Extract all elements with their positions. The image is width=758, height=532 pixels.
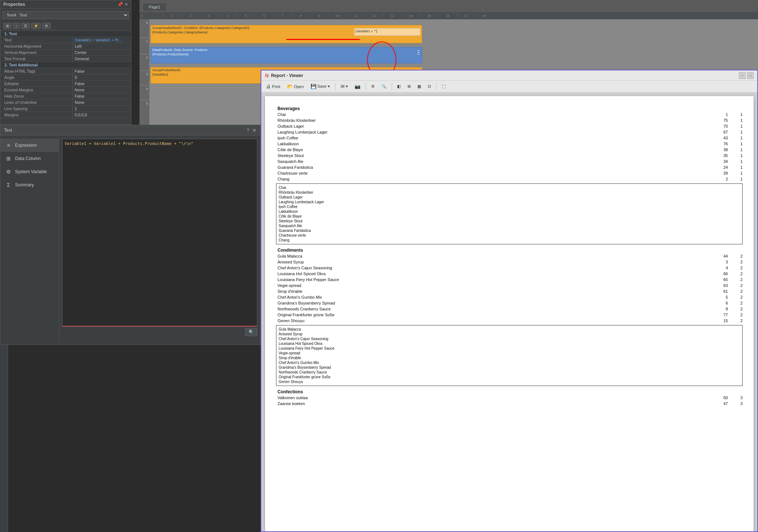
table-row: Guaraná Fantástica241: [276, 164, 743, 170]
settings-btn[interactable]: ⚙: [42, 23, 51, 29]
prop-value-text[interactable]: {Variable1 = Variable1 + Pr...: [72, 37, 131, 43]
prop-row-angle: Angle 0: [1, 74, 131, 81]
layout3-btn[interactable]: ▦: [415, 83, 424, 90]
help-button[interactable]: ?: [247, 128, 249, 133]
datacolumn-label: Data Column: [15, 156, 41, 161]
print-label: Print: [272, 84, 280, 89]
list-item: Côte de Blaye: [278, 214, 741, 219]
print-icon: 🖨: [266, 84, 271, 89]
zoom-btn[interactable]: 🔍: [379, 83, 389, 90]
expression-icon: ≡: [5, 142, 12, 149]
sep2: [366, 83, 366, 90]
prop-row-textformat: Text Format General: [1, 56, 131, 62]
prop-value-halign[interactable]: Left: [72, 43, 131, 50]
open-btn[interactable]: 📂 Open: [284, 83, 307, 90]
ruler-17: 17: [457, 14, 475, 18]
list-item: Steeleye Stout: [278, 219, 741, 223]
table-row: Laughing Lumberjack Lager671: [276, 129, 743, 135]
beverages-summary-box: ChaiRhönbräu KlosterbierOutback LagerLau…: [276, 183, 743, 244]
close-icon[interactable]: ✕: [124, 2, 128, 7]
condiments-rows: Gula Malacca442Aniseed Syrup32Chef Anton…: [276, 253, 743, 324]
dialog-header-right: ? ✕: [247, 127, 257, 133]
pin-icon[interactable]: 📌: [117, 2, 123, 7]
list-item: Louisiana Hot Spiced Okra: [278, 341, 741, 346]
table-row: Ipoh Coffee431: [276, 135, 743, 141]
ruler-12: 12: [365, 14, 383, 18]
save-icon: 💾: [311, 84, 316, 89]
prop-value-angle[interactable]: 0: [72, 74, 131, 81]
prop-name-angle: Angle: [1, 74, 73, 81]
prop-value-valign[interactable]: Center: [72, 50, 131, 56]
component-dropdown[interactable]: Text4 : Text: [3, 11, 129, 19]
prop-value-exceed[interactable]: None: [72, 87, 131, 93]
close-button[interactable]: ✕: [252, 127, 257, 133]
sidebar-item-summary[interactable]: Σ Summary: [0, 178, 59, 192]
data-band-label: DataProducts: Data Source: Products: [152, 48, 420, 52]
sort-by-category-btn[interactable]: ⊞: [3, 23, 11, 29]
fullscreen-btn[interactable]: ⛶: [439, 83, 448, 90]
prop-name-underline: Lines of Underline: [1, 99, 73, 106]
list-item: Original Frankfurter grüne Soße: [278, 375, 741, 379]
save-btn[interactable]: 💾 Save ▾: [308, 83, 333, 90]
prop-name-hidezeros: Hide Zeros: [1, 93, 73, 99]
list-item: Lakkalikoon: [278, 209, 741, 214]
report-viewer: N Report - Viewer – □ 🖨 Print 📂 Open 💾 S…: [261, 70, 758, 532]
prop-value-maxlines[interactable]: 0: [72, 118, 131, 119]
viewer-toolbar: 🖨 Print 📂 Open 💾 Save ▾ ✉ ▾ 📷 ⚙ 🔍 ◧ ⊞ ▦: [261, 81, 757, 92]
layout1-btn[interactable]: ◧: [395, 83, 403, 90]
table-row: Grandma's Boysenberry Spread62: [276, 300, 743, 306]
datacolumn-icon: ⊞: [5, 155, 12, 162]
ruler-7: 7: [273, 14, 291, 18]
minimize-btn[interactable]: –: [739, 72, 746, 79]
prop-value-hidezeros[interactable]: False: [72, 93, 131, 99]
lightning-btn[interactable]: ⚡: [31, 23, 41, 29]
viewer-title: N Report - Viewer: [265, 73, 303, 79]
viewer-content[interactable]: Beverages Chai11Rhönbräu Klosterbier751O…: [261, 92, 757, 531]
expression-text: Variable1 = Variable1 + Products.Product…: [65, 141, 193, 146]
zoom-icon: 🔍: [381, 84, 387, 89]
dialog-header: Text ? ✕: [0, 125, 260, 136]
variable-text-field[interactable]: {Variable1 = ""}: [354, 28, 420, 36]
layout4-btn[interactable]: ⊡: [425, 83, 434, 90]
email-label: ▾: [346, 84, 348, 89]
layout2-btn[interactable]: ⊞: [405, 83, 413, 90]
prop-name-maxlines: Max Number of Lines: [1, 118, 73, 119]
sidebar-item-expression[interactable]: ≡ Expression: [0, 139, 59, 152]
email-btn[interactable]: ✉ ▾: [338, 83, 351, 90]
expression-toolbar: 🔍: [62, 327, 257, 338]
table-row: Gula Malacca442: [276, 253, 743, 259]
sidebar-item-sysvariable[interactable]: ⚙ System Variable: [0, 165, 59, 178]
prop-row-text: Text {Variable1 = Variable1 + Pr...: [1, 37, 131, 43]
data-band[interactable]: DataProducts: Data Source: Products {Pro…: [150, 47, 422, 63]
report-page: Beverages Chai11Rhönbräu Klosterbier751O…: [265, 96, 754, 531]
prop-row-hidezeros: Hide Zeros False: [1, 93, 131, 99]
list-item: Outback Lager: [278, 195, 741, 200]
settings-viewer-btn[interactable]: ⚙: [369, 83, 377, 90]
sysvariable-label: System Variable: [15, 169, 47, 174]
confections-rows: Valkoinen suklaa503Zaanse koeken473: [276, 395, 743, 407]
maximize-btn[interactable]: □: [747, 72, 754, 79]
sort-alpha-btn[interactable]: ↕: [13, 23, 20, 29]
screenshot-btn[interactable]: 📷: [352, 83, 363, 90]
prop-name-editable: Editable: [1, 81, 73, 87]
print-btn[interactable]: 🖨 Print: [264, 83, 283, 90]
ruler-2: 2: [181, 14, 200, 18]
page-tab[interactable]: Page1: [142, 3, 167, 11]
prop-value-linespacing[interactable]: 1: [72, 106, 131, 112]
header-band[interactable]: GroupHeaderBand1: Condition: {Products.C…: [150, 25, 422, 43]
prop-value-html[interactable]: False: [72, 68, 131, 74]
prop-value-textformat[interactable]: General: [72, 56, 131, 62]
sidebar-item-datacolumn[interactable]: ⊞ Data Column: [0, 152, 59, 165]
view-list-btn[interactable]: ☰: [21, 23, 30, 29]
prop-row-maxlines: Max Number of Lines 0: [1, 118, 131, 119]
ruler-8: 8: [291, 14, 310, 18]
prop-value-editable[interactable]: False: [72, 81, 131, 87]
sep1: [335, 83, 336, 90]
expression-input[interactable]: Variable1 = Variable1 + Products.Product…: [62, 139, 257, 327]
condiments-summary-box: Gula MalaccaAniseed SyrupChef Anton's Ca…: [276, 325, 743, 386]
prop-value-underline[interactable]: None: [72, 99, 131, 106]
ruler-5: 5: [236, 14, 255, 18]
prop-value-margins[interactable]: 0,0,0,0: [72, 112, 131, 118]
search-button[interactable]: 🔍: [245, 328, 257, 336]
dialog-body: ≡ Expression ⊞ Data Column ⚙ System Vari…: [0, 136, 260, 340]
